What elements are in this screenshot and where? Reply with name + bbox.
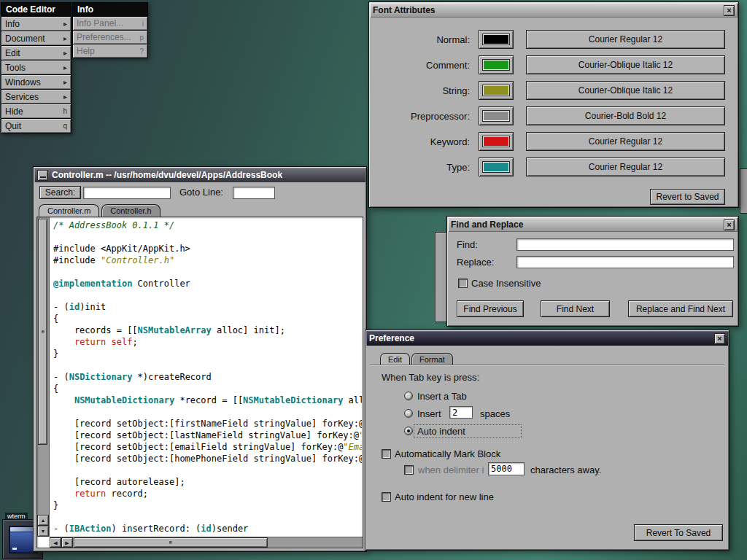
- code-token: #include: [53, 255, 101, 265]
- code-line: #include "Controller.h": [53, 254, 362, 266]
- menu-item-windows[interactable]: Windows▸: [1, 75, 71, 90]
- auto-mark-block-checkbox[interactable]: [382, 449, 391, 459]
- editor-titlebar[interactable]: Controller.m -- /usr/home/dvu/devel/Apps…: [34, 168, 365, 182]
- revert-to-saved-button[interactable]: Revert to Saved: [650, 189, 725, 205]
- menu-item-services[interactable]: Services▸: [1, 90, 71, 104]
- editor-window: Controller.m -- /usr/home/dvu/devel/Apps…: [33, 166, 367, 552]
- menu-item-info[interactable]: Info▸: [1, 17, 71, 31]
- color-well-normal[interactable]: [479, 30, 514, 49]
- code-line: @implementation Controller: [53, 278, 362, 289]
- menu-item-preferences[interactable]: Preferences...p: [72, 31, 148, 44]
- color-well-string[interactable]: [479, 81, 514, 100]
- menu-item-document[interactable]: Document▸: [1, 31, 71, 46]
- close-icon[interactable]: ×: [714, 333, 725, 344]
- editor-tab-controller-m[interactable]: Controller.m: [39, 204, 99, 217]
- menu-item-edit[interactable]: Edit▸: [1, 46, 71, 61]
- font-attribute-row: Comment:Courier-Oblique Italic 12: [369, 55, 738, 75]
- code-line: }: [53, 348, 362, 359]
- menu-item-label: Info: [5, 19, 20, 29]
- spaces-count-input[interactable]: [449, 406, 473, 419]
- insert-tab-radio[interactable]: [404, 392, 413, 400]
- color-well-comment[interactable]: [479, 55, 514, 74]
- code-line: return record;: [53, 488, 362, 499]
- horizontal-scrollbar-knob[interactable]: [74, 537, 268, 548]
- search-input[interactable]: [83, 187, 171, 199]
- color-well-preprocessor[interactable]: [479, 106, 514, 125]
- color-swatch: [483, 162, 509, 172]
- auto-indent-radio[interactable]: [404, 427, 413, 435]
- replace-and-find-next-button[interactable]: Replace and Find Next: [628, 300, 733, 317]
- tab-key-section-label: When Tab key is press:: [382, 372, 479, 383]
- find-replace-titlebar[interactable]: Find and Replace ×: [448, 217, 738, 232]
- preference-titlebar[interactable]: Preference ×: [366, 331, 728, 346]
- close-icon[interactable]: ×: [724, 219, 735, 230]
- font-button-normal[interactable]: Courier Regular 12: [526, 30, 725, 49]
- scroll-down-icon[interactable]: ▼: [37, 526, 49, 537]
- insert-spaces-radio[interactable]: [404, 409, 413, 418]
- menu-item-info-panel[interactable]: Info Panel...i: [72, 17, 148, 31]
- menu-item-label: Tools: [5, 63, 26, 73]
- revert-to-saved-button[interactable]: Revert To Saved: [634, 524, 723, 541]
- delimiter-suffix-label: characters away.: [530, 464, 601, 475]
- code-token: - (: [53, 524, 69, 534]
- font-button-keyword[interactable]: Courier Regular 12: [526, 132, 725, 151]
- scroll-up-icon[interactable]: ▲: [37, 515, 49, 526]
- delimiter-checkbox[interactable]: [404, 465, 414, 475]
- font-attribute-row: Preprocessor:Courier-Bold Bold 12: [369, 106, 738, 126]
- code-token: /* AddressBook 0.1.1 */: [53, 220, 174, 230]
- horizontal-scrollbar[interactable]: ◀ ▶: [50, 537, 363, 548]
- find-input[interactable]: [516, 238, 734, 251]
- font-button-comment[interactable]: Courier-Oblique Italic 12: [526, 55, 725, 74]
- menu-item-hide[interactable]: Hideh: [1, 104, 71, 119]
- find-next-button[interactable]: Find Next: [541, 300, 610, 317]
- preference-window: Preference × EditFormat When Tab key is …: [365, 330, 729, 551]
- code-token: [53, 489, 74, 499]
- vertical-scrollbar[interactable]: ▲ ▼: [37, 217, 50, 537]
- menu-item-help[interactable]: Help?: [72, 44, 148, 58]
- menu-item-tools[interactable]: Tools▸: [1, 61, 71, 75]
- font-button-preprocessor[interactable]: Courier-Bold Bold 12: [526, 106, 725, 125]
- scroll-right-icon[interactable]: ▶: [61, 537, 73, 548]
- case-insensitive-checkbox[interactable]: [458, 279, 468, 288]
- pref-tab-format[interactable]: Format: [411, 353, 453, 365]
- pref-tab-edit[interactable]: Edit: [380, 353, 410, 365]
- code-text[interactable]: /* AddressBook 0.1.1 */ #include <AppKit…: [53, 219, 362, 536]
- goto-line-input[interactable]: [233, 187, 275, 199]
- font-attribute-row: Type:Courier Regular 12: [369, 158, 738, 177]
- code-line: NSMutableDictionary *record = [[NSMutabl…: [53, 394, 362, 406]
- menu-item-label: Edit: [5, 48, 20, 58]
- code-line: [53, 464, 362, 476]
- replace-input[interactable]: [516, 256, 734, 268]
- font-attributes-titlebar[interactable]: Font Attributes ×: [370, 3, 738, 18]
- color-swatch: [483, 85, 509, 96]
- obscured-window-fragment[interactable]: [435, 232, 447, 322]
- code-token: id: [201, 524, 211, 534]
- vertical-scrollbar-knob[interactable]: [38, 219, 47, 445]
- font-button-string[interactable]: Courier-Oblique Italic 12: [526, 81, 725, 100]
- app-menu: Code Editor Info▸Document▸Edit▸Tools▸Win…: [1, 2, 71, 133]
- search-button[interactable]: Search:: [39, 186, 81, 199]
- scroll-left-icon[interactable]: ◀: [50, 537, 61, 548]
- color-well-type[interactable]: [479, 158, 514, 176]
- auto-indent-newline-label: Auto indent for new line: [395, 491, 494, 502]
- menu-item-label: Document: [5, 34, 45, 44]
- font-attribute-label: Keyword:: [369, 132, 470, 152]
- code-token: NSMutableDictionary: [74, 395, 174, 405]
- delimiter-distance-input[interactable]: [488, 462, 525, 475]
- close-icon[interactable]: ×: [724, 5, 735, 16]
- miniaturize-button[interactable]: [37, 170, 48, 181]
- find-previous-button[interactable]: Find Previous: [457, 300, 524, 317]
- font-attribute-label: String:: [369, 81, 470, 101]
- menu-item-quit[interactable]: Quitq: [1, 119, 71, 133]
- code-line: [53, 231, 362, 243]
- app-menu-title[interactable]: Code Editor: [1, 2, 71, 17]
- auto-indent-newline-checkbox[interactable]: [382, 492, 391, 502]
- font-button-type[interactable]: Courier Regular 12: [526, 158, 725, 176]
- info-submenu-title[interactable]: Info: [72, 2, 148, 17]
- color-well-keyword[interactable]: [479, 132, 514, 151]
- editor-tab-controller-h[interactable]: Controller.h: [101, 204, 160, 217]
- insert-tab-radio-label: Insert a Tab: [417, 391, 467, 402]
- code-token: ) insertRecord: (: [111, 524, 201, 534]
- code-area[interactable]: ▲ ▼ ◀ ▶ /* AddressBook 0.1.1 */ #include…: [36, 217, 363, 548]
- obscured-scrollbar-fragment[interactable]: [740, 168, 747, 214]
